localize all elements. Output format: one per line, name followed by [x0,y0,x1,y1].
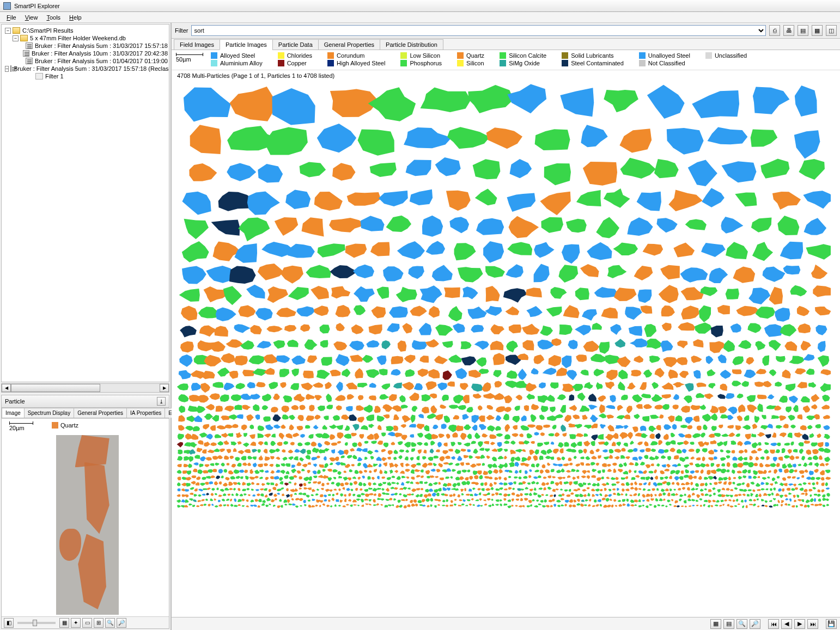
legend-item[interactable]: SiMg Oxide [500,60,546,66]
scroll-left-button[interactable]: ◀ [2,384,11,392]
tab-general-properties[interactable]: General Properties [74,408,127,418]
toolbar-button[interactable]: ▤ [798,25,808,36]
tab-particle-data[interactable]: Particle Data [272,39,319,50]
tool-button[interactable]: ▦ [710,619,721,629]
particle-subtabs: Image Spectrum Display General Propertie… [2,408,169,418]
tab-image[interactable]: Image [2,408,25,418]
tree-item[interactable]: Bruker : Filter Analysis 10um : 31/03/20… [32,50,168,57]
legend-item[interactable]: Aluminium Alloy [211,60,263,66]
toolbar-button[interactable]: ⎙ [769,25,780,36]
legend-item[interactable]: Solid Lubricants [562,52,624,59]
legend-label: Corundum [337,52,364,59]
legend-swatch [639,52,646,59]
nav-next-button[interactable]: ▶ [794,619,805,629]
folder-icon [20,35,28,41]
menu-view[interactable]: View [21,13,42,22]
tree-toggle[interactable]: − [5,66,9,72]
tab-spectrum-display[interactable]: Spectrum Display [24,408,74,418]
scroll-right-button[interactable]: ▶ [160,384,169,392]
legend-swatch [211,52,217,59]
tab-general-properties[interactable]: General Properties [318,39,380,50]
tree-root[interactable]: C:\SmartPI Results [22,27,74,34]
legend-label: High Alloyed Steel [337,60,385,66]
right-pane: Filter sort ⎙ 🖶 ▤ ▦ ◫ Field Images Parti… [172,23,840,630]
legend-item[interactable]: Copper [278,60,312,66]
tree-leaf[interactable]: Filter 1 [45,73,64,79]
legend-item[interactable]: Low Silicon [400,52,442,59]
legend-item[interactable]: Alloyed Steel [211,52,263,59]
tab-field-images[interactable]: Field Images [174,39,220,50]
toolbar-button[interactable]: ◫ [826,25,837,36]
legend-item[interactable]: Chlorides [278,52,312,59]
legend-item[interactable]: Corundum [327,52,385,59]
toolbar-button[interactable]: ▦ [812,25,823,36]
nav-last-button[interactable]: ⏭ [807,619,818,629]
save-button[interactable]: 💾 [826,619,837,629]
legend-label: Chlorides [287,52,312,59]
nav-first-button[interactable]: ⏮ [768,619,779,629]
tool-button[interactable]: ▦ [59,618,69,628]
legend-item[interactable]: Unclassified [705,52,747,59]
legend-item[interactable]: Not Classified [639,60,690,66]
zoom-in-button[interactable]: 🔍 [105,618,115,628]
tree-toggle[interactable]: − [5,28,11,34]
tree-item[interactable]: Bruker : Filter Analysis 5um : 31/03/201… [14,65,169,72]
particle-image [56,435,119,615]
legend-item[interactable]: Silicon [457,60,484,66]
tool-button[interactable]: ▤ [723,619,734,629]
legend-label: Not Classified [648,60,685,66]
zoom-out-button[interactable]: 🔎 [750,619,760,629]
tab-particle-distribution[interactable]: Particle Distribution [380,39,443,50]
nav-prev-button[interactable]: ◀ [781,619,792,629]
particle-legend: Quartz [52,422,78,429]
legend-swatch [705,52,712,59]
menu-help[interactable]: Help [65,13,86,22]
legend-item[interactable]: Silicon Calcite [500,52,546,59]
tree-toggle[interactable]: − [13,35,19,41]
tool-button[interactable]: ▭ [82,618,92,628]
tool-button[interactable]: ⊞ [94,618,104,628]
legend-label: Silicon Calcite [509,52,546,59]
legend-item[interactable]: High Alloyed Steel [327,60,385,66]
legend-label: Quartz [466,52,484,59]
menu-tools[interactable]: Tools [42,13,65,22]
particle-count-text: 4708 Multi-Particles (Page 1 of 1, Parti… [172,70,840,81]
tree-h-scrollbar[interactable]: ◀ ▶ [1,383,169,393]
tab-ia-properties[interactable]: IA Properties [126,408,165,418]
doc-icon [26,58,33,64]
particle-scalebar: 20µm [9,423,33,431]
tree-item[interactable]: Bruker : Filter Analysis 5um : 01/04/201… [35,58,168,64]
tree-item[interactable]: Bruker : Filter Analysis 5um : 31/03/201… [35,42,168,49]
legend-swatch [278,52,284,59]
pin-button[interactable]: ⤓ [157,397,166,406]
toolbar-button[interactable]: 🖶 [783,25,794,36]
doc-icon [23,50,29,57]
legend-swatch [400,52,407,59]
particle-canvas-wrap[interactable] [172,81,840,617]
panel-title: Particle [5,398,25,405]
folder-icon [13,27,20,34]
legend-label: Low Silicon [410,52,440,59]
zoom-slider[interactable] [17,622,56,624]
tree-pane[interactable]: −C:\SmartPI Results −5 x 47mm Filter Hol… [1,24,169,382]
leaf-icon [35,73,43,79]
filter-select[interactable]: sort [191,25,766,36]
legend-row: 50µm Alloyed SteelAluminium AlloyChlorid… [172,50,840,70]
tab-particle-images[interactable]: Particle Images [220,39,273,50]
legend-item[interactable]: Unalloyed Steel [639,52,690,59]
tool-button[interactable]: ◧ [4,618,14,628]
scroll-thumb[interactable] [11,384,100,392]
doc-icon [26,42,33,49]
tool-button[interactable]: ✦ [71,618,81,628]
tree-db[interactable]: 5 x 47mm Filter Holder Weekend.db [30,35,126,41]
legend-item[interactable]: Quartz [457,52,484,59]
legend-swatch [327,52,334,59]
menu-file[interactable]: File [2,13,21,22]
window-title: SmartPI Explorer [14,3,60,9]
bottom-toolbar: ▦ ▤ 🔍 🔎 ⏮ ◀ ▶ ⏭ 💾 [172,617,840,630]
zoom-out-button[interactable]: 🔎 [117,618,126,628]
legend-item[interactable]: Steel Contaminated [562,60,624,66]
legend-item[interactable]: Phosphorus [400,60,442,66]
legend-swatch [278,60,284,66]
zoom-in-button[interactable]: 🔍 [736,619,747,629]
